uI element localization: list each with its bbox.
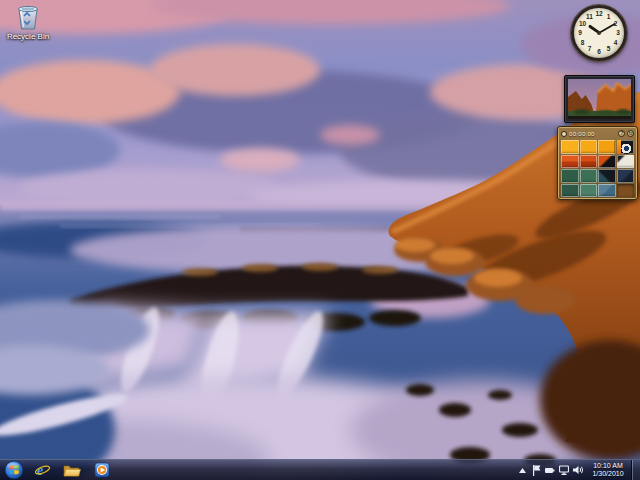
clock-center-pin [597, 31, 601, 35]
recycle-bin-icon [15, 3, 41, 31]
puzzle-tile[interactable] [580, 155, 598, 169]
taskbar: e [0, 459, 640, 480]
show-desktop-button[interactable] [631, 460, 640, 480]
puzzle-shuffle-button[interactable]: ↻ [627, 130, 634, 137]
puzzle-tile[interactable] [598, 155, 616, 169]
clock-number: 6 [594, 48, 604, 56]
puzzle-tile[interactable] [617, 140, 635, 154]
network-icon[interactable] [558, 463, 570, 477]
windows-media-player-icon [94, 462, 110, 478]
puzzle-show-picture-button[interactable]: ? [618, 130, 625, 137]
puzzle-tile[interactable] [580, 169, 598, 183]
slideshow-photo-canyon [568, 79, 631, 119]
clock-number: 9 [575, 29, 585, 37]
clock-number: 3 [613, 29, 623, 37]
clock-number: 8 [578, 39, 588, 47]
puzzle-tile[interactable] [561, 169, 579, 183]
puzzle-timer: 00:00:00 [569, 131, 616, 137]
clock-number: 11 [585, 13, 595, 21]
clock-gadget[interactable]: 123456789101112 [571, 5, 627, 61]
puzzle-tile[interactable] [617, 155, 635, 169]
power-icon[interactable] [544, 463, 556, 477]
windows-explorer-icon [63, 463, 81, 478]
desktop-icon-recycle-bin[interactable]: Recycle Bin [4, 3, 52, 41]
taskbar-item-windows-media-player[interactable] [88, 461, 116, 480]
internet-explorer-icon: e [34, 462, 51, 479]
desktop: Recycle Bin 123456789101112 [0, 0, 640, 480]
puzzle-grid [561, 140, 634, 197]
taskbar-item-internet-explorer[interactable]: e [28, 461, 56, 480]
tray-time: 10:10 AM [587, 462, 629, 470]
puzzle-tile[interactable] [561, 155, 579, 169]
action-center-flag-icon[interactable] [530, 463, 542, 477]
puzzle-tile[interactable] [598, 169, 616, 183]
start-button[interactable] [1, 460, 27, 480]
clock-number: 7 [585, 45, 595, 53]
clock-number: 5 [604, 45, 614, 53]
tray-clock[interactable]: 10:10 AM 1/30/2010 [585, 462, 631, 478]
puzzle-tile[interactable] [561, 184, 579, 198]
picture-puzzle-gadget[interactable]: 00:00:00 ? ↻ [557, 126, 638, 200]
puzzle-tile[interactable] [580, 184, 598, 198]
clock-number: 12 [594, 10, 604, 18]
svg-text:e: e [37, 463, 43, 478]
wallpaper-ocean-sunset [0, 0, 640, 480]
puzzle-empty-slot [617, 184, 635, 198]
puzzle-timer-icon[interactable] [561, 131, 567, 137]
puzzle-tile[interactable] [598, 184, 616, 198]
volume-icon[interactable] [572, 463, 584, 477]
puzzle-tile[interactable] [598, 140, 616, 154]
clock-number: 10 [578, 20, 588, 28]
puzzle-tile[interactable] [561, 140, 579, 154]
taskbar-item-windows-explorer[interactable] [58, 461, 86, 480]
slideshow-gadget[interactable] [564, 75, 635, 123]
tray-date: 1/30/2010 [587, 470, 629, 478]
desktop-icon-label: Recycle Bin [4, 32, 52, 41]
windows-start-orb-icon [4, 460, 24, 480]
show-hidden-icons-arrow[interactable] [516, 463, 528, 477]
clock-face-icon: 123456789101112 [571, 5, 627, 61]
system-tray: 10:10 AM 1/30/2010 [515, 460, 640, 480]
puzzle-tile[interactable] [617, 169, 635, 183]
puzzle-tile[interactable] [580, 140, 598, 154]
puzzle-header: 00:00:00 ? ↻ [561, 129, 634, 138]
